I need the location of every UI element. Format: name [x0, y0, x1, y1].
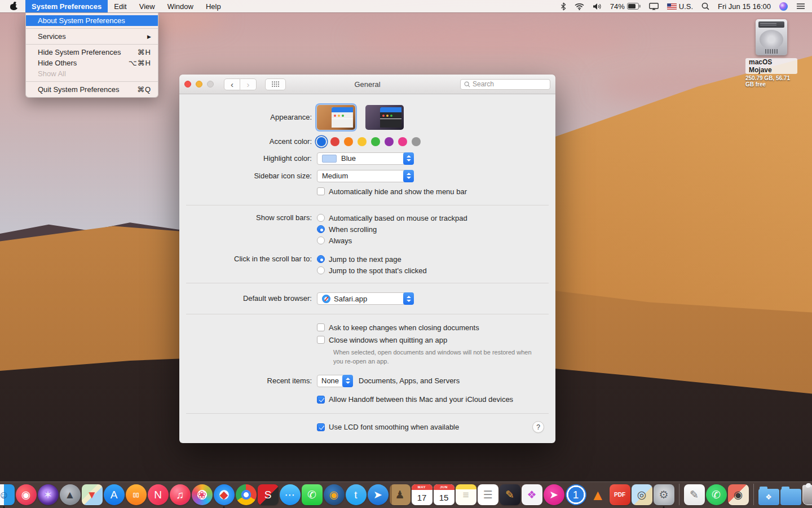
- apple-menu[interactable]: [0, 0, 25, 12]
- help-button[interactable]: ?: [532, 421, 544, 433]
- vlc-glyph: ▲: [590, 488, 605, 502]
- default-browser-select[interactable]: Safari.app: [317, 292, 414, 305]
- dock-messages[interactable]: ⋯: [280, 484, 301, 505]
- scroll-click-option-1[interactable]: Jump to the spot that's clicked: [317, 265, 427, 276]
- menu-item-quit-system-preferences[interactable]: Quit System Preferences⌘Q: [26, 84, 158, 95]
- dock-slack[interactable]: S: [258, 484, 279, 505]
- menu-edit[interactable]: Edit: [108, 0, 133, 12]
- dock-twitterrific[interactable]: ◉: [324, 484, 345, 505]
- dock-itunes[interactable]: ♫: [170, 484, 191, 505]
- accent-color-green[interactable]: [371, 137, 380, 146]
- dock-contacts[interactable]: ♟: [390, 484, 411, 505]
- dock-launchpad[interactable]: ▲: [60, 484, 81, 505]
- input-source-label[interactable]: U.S.: [679, 2, 693, 11]
- dock-skitch[interactable]: ➤: [544, 484, 564, 505]
- scroll-click-option-0[interactable]: Jump to the next page: [317, 253, 427, 265]
- title-bar[interactable]: ‹ › General Search: [179, 75, 555, 94]
- accent-color-yellow[interactable]: [358, 137, 367, 146]
- divider: [186, 283, 549, 283]
- accent-color-blue[interactable]: [317, 137, 326, 146]
- dock-notes[interactable]: ≡: [456, 484, 476, 505]
- scrollbar-option-0[interactable]: Automatically based on mouse or trackpad: [317, 212, 467, 224]
- disk-label: macOS Mojave: [745, 58, 797, 74]
- menu-bar-clock[interactable]: Fri Jun 15 16:00: [718, 2, 771, 11]
- accent-color-purple[interactable]: [385, 137, 394, 146]
- scrollbar-option-2[interactable]: Always: [317, 235, 467, 246]
- volume-icon[interactable]: [593, 3, 602, 10]
- back-button[interactable]: ‹: [224, 78, 240, 90]
- disk-capacity: 250.79 GB, 56.71 GB free: [745, 75, 797, 87]
- menu-item-services[interactable]: Services▶: [26, 31, 158, 42]
- dock-pixelmator-pro[interactable]: ❖: [522, 484, 542, 505]
- menu-item-hide-others[interactable]: Hide Others⌥⌘H: [26, 58, 158, 68]
- dock-downloads-folder[interactable]: [780, 489, 801, 505]
- accent-color-red[interactable]: [330, 137, 339, 146]
- spotlight-icon[interactable]: [701, 2, 709, 10]
- close-windows-checkbox[interactable]: Close windows when quitting an app: [317, 336, 447, 344]
- dock-system-preferences[interactable]: ⚙: [654, 484, 674, 505]
- handoff-checkbox[interactable]: Allow Handoff between this Mac and your …: [317, 395, 513, 404]
- lcd-smoothing-checkbox[interactable]: Use LCD font smoothing when available: [317, 423, 459, 431]
- notification-center-icon[interactable]: [796, 3, 805, 10]
- dock-app-store[interactable]: A: [104, 484, 125, 505]
- show-all-grid-button[interactable]: [265, 78, 286, 90]
- stepper-icon: [342, 375, 353, 387]
- menubar-autohide-checkbox[interactable]: Automatically hide and show the menu bar: [317, 187, 467, 196]
- dock-books[interactable]: ▯▯: [126, 484, 147, 505]
- wifi-icon[interactable]: [575, 3, 584, 10]
- bluetooth-icon[interactable]: [561, 2, 566, 11]
- accent-color-orange[interactable]: [344, 137, 353, 146]
- dock-siri[interactable]: ✶: [38, 484, 59, 505]
- menu-window[interactable]: Window: [161, 0, 200, 12]
- dock-safari[interactable]: ◆: [214, 484, 235, 505]
- dock-preview[interactable]: ◎: [632, 484, 652, 505]
- close-button[interactable]: [184, 81, 191, 87]
- airplay-display-icon[interactable]: [649, 3, 659, 10]
- ask-keep-changes-checkbox[interactable]: Ask to keep changes when closing documen…: [317, 323, 479, 332]
- search-field[interactable]: Search: [460, 79, 550, 90]
- dock-1password[interactable]: 1: [566, 484, 586, 505]
- menu-help[interactable]: Help: [200, 0, 227, 12]
- dock-pixelmator[interactable]: ✎: [500, 484, 520, 505]
- dock-fantastical[interactable]: MAY17: [412, 484, 433, 505]
- dock-spark[interactable]: ➤: [368, 484, 389, 505]
- dock-finder[interactable]: ☺: [0, 484, 15, 505]
- dock-maps[interactable]: ▼: [82, 484, 103, 505]
- siri-icon[interactable]: [779, 2, 788, 11]
- battery-icon[interactable]: [627, 3, 641, 10]
- dock-facetime[interactable]: ✆: [302, 484, 323, 505]
- highlight-color-select[interactable]: Blue: [317, 152, 414, 165]
- dock-vlc[interactable]: ▲: [588, 484, 608, 505]
- dock-whatsapp[interactable]: ✆: [706, 484, 727, 505]
- recent-items-select[interactable]: None: [317, 375, 353, 387]
- dock-chrome[interactable]: [236, 484, 257, 505]
- dock-twitter[interactable]: t: [346, 484, 367, 505]
- menu-item-hide-system-preferences[interactable]: Hide System Preferences⌘H: [26, 47, 158, 58]
- dock-photo-booth[interactable]: ◉: [728, 484, 749, 505]
- scrollbar-option-1[interactable]: When scrolling: [317, 224, 467, 235]
- appearance-light-option[interactable]: [317, 105, 355, 130]
- menu-item-label: Hide Others: [38, 59, 77, 67]
- accent-color-pink[interactable]: [398, 137, 407, 146]
- menu-item-about-system-preferences[interactable]: About System Preferences: [26, 15, 158, 26]
- books-glyph: ▯▯: [133, 492, 139, 498]
- menu-view[interactable]: View: [133, 0, 161, 12]
- dock-reminders[interactable]: ☰: [478, 484, 498, 505]
- minimize-button[interactable]: [196, 81, 202, 87]
- appearance-dark-option[interactable]: [365, 105, 404, 130]
- dock-calendar[interactable]: JUN15: [434, 484, 454, 505]
- search-icon: [464, 81, 470, 87]
- dock-camera-app[interactable]: ◉: [16, 484, 37, 505]
- dock-pdf-expert[interactable]: PDF: [610, 484, 630, 505]
- accent-color-gray[interactable]: [412, 137, 421, 146]
- sidebar-size-select[interactable]: Medium: [317, 170, 414, 182]
- divider: [186, 314, 549, 314]
- dock-dropbox-folder[interactable]: ❖: [758, 489, 779, 505]
- us-flag-icon[interactable]: [667, 3, 677, 10]
- dock-photos[interactable]: ❀: [192, 484, 213, 505]
- dock-textedit[interactable]: ✎: [684, 484, 705, 505]
- desktop-icon-macos-mojave[interactable]: macOS Mojave 250.79 GB, 56.71 GB free: [745, 19, 797, 87]
- menu-system-preferences[interactable]: System Preferences: [25, 0, 108, 12]
- dock-trash[interactable]: [802, 485, 812, 505]
- dock-news[interactable]: N: [148, 484, 169, 505]
